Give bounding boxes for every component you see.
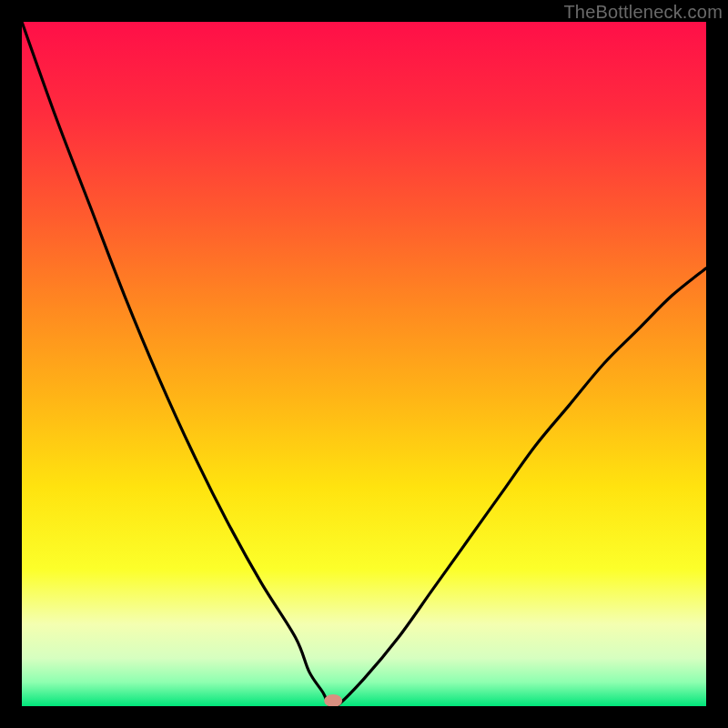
chart-frame: TheBottleneck.com	[0, 0, 728, 728]
attribution-text: TheBottleneck.com	[563, 2, 723, 23]
bottleneck-chart	[22, 22, 706, 706]
plot-area	[22, 22, 706, 706]
